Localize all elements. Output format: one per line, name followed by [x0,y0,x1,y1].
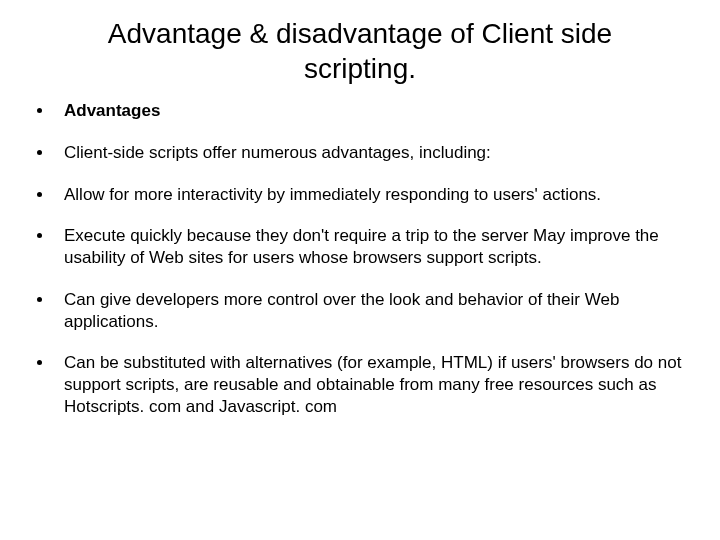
list-item: Can give developers more control over th… [54,289,692,333]
bullet-text: Allow for more interactivity by immediat… [64,185,601,204]
slide: Advantage & disadvantage of Client side … [0,0,720,540]
bullet-text: Can give developers more control over th… [64,290,619,331]
bullet-list: Advantages Client-side scripts offer num… [28,100,692,418]
list-item: Execute quickly because they don't requi… [54,225,692,269]
list-item: Can be substituted with alternatives (fo… [54,352,692,417]
slide-title: Advantage & disadvantage of Client side … [68,16,652,86]
bullet-text: Client-side scripts offer numerous advan… [64,143,491,162]
bullet-text: Execute quickly because they don't requi… [64,226,659,267]
bullet-text: Advantages [64,101,160,120]
list-item: Advantages [54,100,692,122]
list-item: Client-side scripts offer numerous advan… [54,142,692,164]
list-item: Allow for more interactivity by immediat… [54,184,692,206]
bullet-text: Can be substituted with alternatives (fo… [64,353,681,416]
